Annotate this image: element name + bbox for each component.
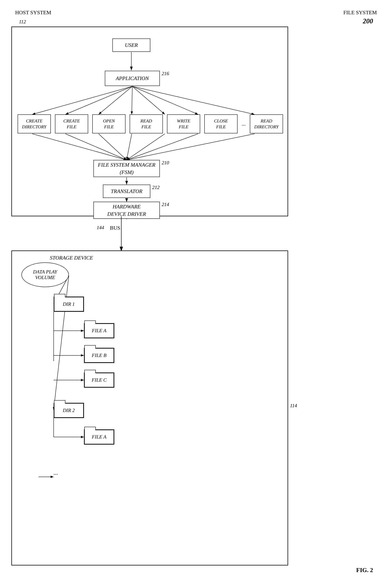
filec-wrapper: FILE C	[84, 373, 114, 388]
app-to-read-dir	[132, 86, 254, 114]
read-dir-to-fsm	[126, 134, 254, 160]
filec-label: FILE C	[92, 377, 107, 383]
write-file-label: WRITE FILE	[177, 118, 190, 130]
close-file-label: CLOSE FILE	[214, 118, 228, 130]
open-file-label: OPEN FILE	[103, 118, 115, 130]
fileb-wrapper: FILE B	[84, 348, 114, 363]
storage-device-box: STORAGE DEVICE 114 DATA PLAY VOLUME	[11, 250, 288, 565]
ref-210: 210	[162, 160, 169, 166]
dots-label: ...	[54, 469, 58, 476]
hw-driver-label: HARDWARE DEVICE DRIVER	[107, 203, 146, 218]
user-box: USER	[112, 39, 150, 52]
app-to-create-file	[66, 86, 132, 114]
file-system-label: FILE SYSTEM	[343, 10, 377, 16]
close-file-box: CLOSE FILE	[204, 114, 238, 133]
open-file-to-fsm	[98, 134, 126, 160]
create-file-label: CREATE FILE	[63, 118, 80, 130]
open-file-box: OPEN FILE	[92, 114, 126, 133]
create-directory-label: CREATE DIRECTORY	[22, 118, 46, 130]
app-to-close-file	[132, 86, 198, 114]
fsm-label: FILE SYSTEM MANAGER (FSM)	[98, 161, 155, 176]
create-directory-box: CREATE DIRECTORY	[18, 114, 51, 133]
application-label: APPLICATION	[116, 75, 149, 81]
dir1-box: DIR 1	[54, 297, 84, 312]
create-file-box: CREATE FILE	[55, 114, 88, 133]
fileb-box: FILE B	[84, 348, 114, 363]
filea-1-label: FILE A	[92, 328, 106, 334]
translator-box: TRANSLATOR	[103, 185, 150, 198]
ops-row: CREATE DIRECTORY CREATE FILE OPEN FILE R…	[18, 114, 283, 133]
application-box: APPLICATION	[105, 71, 160, 86]
app-to-read-file	[132, 86, 132, 114]
ref-216: 216	[162, 71, 169, 77]
ellipsis-op: ...	[242, 121, 246, 127]
user-label: USER	[125, 42, 138, 48]
app-to-open-file	[98, 86, 132, 114]
filea-1-wrapper: FILE A	[84, 323, 114, 338]
ref-212: 212	[152, 185, 160, 190]
volume-ellipse: DATA PLAY VOLUME	[22, 262, 69, 287]
ref-200: 200	[363, 17, 373, 25]
storage-arrows-svg	[12, 251, 288, 565]
fig-label: FIG. 2	[356, 566, 373, 573]
filea-2-wrapper: FILE A	[84, 429, 114, 445]
filec-box: FILE C	[84, 373, 114, 388]
read-directory-box: READ DIRECTORY	[250, 114, 283, 133]
create-file-to-fsm	[66, 134, 126, 160]
close-file-to-fsm	[126, 134, 198, 160]
dir1-wrapper: DIR 1	[54, 297, 84, 312]
dots-wrapper: ...	[54, 469, 58, 476]
host-system-box: USER APPLICATION 216 CREATE DIRECTORY CR…	[11, 27, 288, 216]
dir2-box: DIR 2	[54, 403, 84, 418]
host-system-label: HOST SYSTEM	[15, 10, 51, 16]
bus-arrow-svg	[110, 216, 133, 254]
read-file-box: READ FILE	[130, 114, 163, 133]
dir2-wrapper: DIR 2	[54, 403, 84, 418]
create-dir-to-fsm	[32, 134, 126, 160]
filea-2-label: FILE A	[92, 434, 106, 440]
read-file-to-fsm	[126, 134, 132, 160]
ellipsis-label: ...	[242, 121, 246, 127]
fsm-box: FILE SYSTEM MANAGER (FSM)	[94, 160, 160, 177]
write-file-to-fsm	[126, 134, 165, 160]
ref-214: 214	[162, 202, 169, 207]
ref-114: 114	[290, 403, 297, 409]
read-file-label: READ FILE	[140, 118, 152, 130]
filea-1-box: FILE A	[84, 323, 114, 338]
storage-device-label: STORAGE DEVICE	[50, 255, 93, 261]
ref-144: 144	[97, 225, 104, 230]
volume-label: DATA PLAY VOLUME	[33, 269, 57, 280]
ref-112: 112	[19, 19, 26, 25]
dir1-label: DIR 1	[63, 301, 75, 307]
translator-label: TRANSLATOR	[111, 188, 142, 194]
dir2-label: DIR 2	[63, 408, 75, 413]
fileb-label: FILE B	[92, 353, 106, 358]
bus-label: BUS	[110, 225, 120, 231]
app-to-create-dir	[32, 86, 132, 114]
filea-2-box: FILE A	[84, 429, 114, 445]
app-to-write-file	[132, 86, 165, 114]
write-file-box: WRITE FILE	[167, 114, 200, 133]
read-directory-label: READ DIRECTORY	[254, 118, 278, 130]
